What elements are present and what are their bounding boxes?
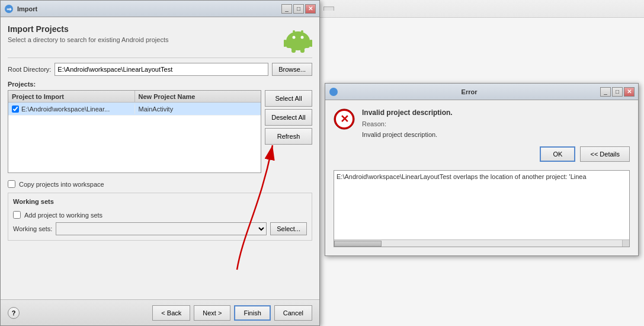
close-button[interactable]: ✕ [305,4,316,14]
error-buttons: OK << Details [334,144,630,164]
titlebar-left: ⇒ Import [4,4,37,14]
footer-right: < Back Next > Finish Cancel [152,305,312,321]
minimize-button[interactable]: _ [281,4,292,14]
error-reason-text: Invalid project description. [362,131,453,138]
select-all-button[interactable]: Select All [265,90,312,107]
root-directory-row: Root Directory: Browse... [8,63,312,76]
copy-label: Copy projects into workspace [19,181,104,188]
projects-container: Project to Import New Project Name E:\An… [8,90,312,173]
error-dialog-title: Error [338,88,600,95]
error-close-button[interactable]: ✕ [624,87,635,97]
table-body: E:\Android\workspace\Linear... MainActiv… [8,103,261,172]
svg-rect-3 [286,40,310,48]
add-working-set-checkbox[interactable] [13,211,21,219]
error-ok-button[interactable]: OK [540,146,575,162]
col-new-name: New Project Name [135,91,261,102]
svg-point-8 [293,30,295,33]
select-working-set-button[interactable]: Select... [270,222,307,235]
browse-button[interactable]: Browse... [272,63,312,76]
import-dialog-footer: ? < Back Next > Finish Cancel [1,299,319,325]
import-title: Import Projects [8,24,168,34]
next-button[interactable]: Next > [194,305,230,321]
working-sets-group-label: Working sets [13,198,307,205]
deselect-all-button[interactable]: Deselect All [265,109,312,126]
import-dialog-title: Import [17,5,37,12]
error-details-button[interactable]: << Details [580,146,630,162]
add-working-set-label: Add project to working sets [24,212,102,219]
svg-point-9 [301,30,303,33]
finish-button[interactable]: Finish [234,305,270,321]
help-button[interactable]: ? [8,307,20,319]
bg-tab [323,7,334,11]
error-icon: ✕ [334,108,355,130]
svg-rect-10 [284,40,287,47]
error-main: ✕ Invalid project description. Reason: I… [334,108,630,138]
copy-checkbox-row: Copy projects into workspace [8,180,312,188]
error-maximize-button[interactable]: □ [612,87,623,97]
projects-section: Projects: Project to Import New Project … [8,81,312,173]
back-button[interactable]: < Back [152,305,190,321]
error-minimize-button[interactable]: _ [600,87,611,97]
error-titlebar: Error _ □ ✕ [325,84,638,100]
root-directory-input[interactable] [55,63,268,76]
add-working-set-row: Add project to working sets [13,211,307,219]
dialog-icon: ⇒ [4,4,14,14]
table-header: Project to Import New Project Name [8,91,261,103]
projects-table: Project to Import New Project Name E:\An… [8,90,261,173]
col-project: Project to Import [8,91,135,102]
svg-rect-13 [300,48,305,53]
svg-point-4 [293,36,296,39]
background-toolbar [320,0,644,18]
svg-rect-11 [309,40,312,47]
projects-buttons: Select All Deselect All Refresh [265,90,312,173]
project-path: E:\Android\workspace\Linear... [21,106,110,113]
error-dialog-icon [329,87,338,97]
cell-new-name: MainActivity [135,104,261,114]
error-titlebar-controls: _ □ ✕ [600,87,635,97]
project-checkbox[interactable] [12,106,19,113]
scrollbar-corner [622,239,629,247]
horizontal-scrollbar[interactable] [334,239,622,247]
working-sets-label: Working sets: [13,225,52,232]
cell-project-import: E:\Android\workspace\Linear... [8,104,135,114]
error-main-text: Invalid project description. [362,108,453,117]
error-details-text: E:\Android\workspace\LinearLayoutTest ov… [337,173,627,180]
maximize-button[interactable]: □ [293,4,304,14]
error-details-box: E:\Android\workspace\LinearLayoutTest ov… [334,170,630,247]
working-sets-section: Working sets Add project to working sets… [8,193,312,241]
error-dialog: Error _ □ ✕ ✕ Invalid project descriptio… [325,83,639,256]
scrollbar-thumb[interactable] [334,241,382,247]
projects-label: Projects: [8,81,312,88]
import-subtitle: Select a directory to search for existin… [8,36,168,43]
import-dialog-header: Import Projects Select a directory to se… [8,24,312,58]
error-message: Invalid project description. Reason: Inv… [362,108,453,138]
svg-text:⇒: ⇒ [7,6,12,12]
working-sets-row: Working sets: Select... [13,222,307,235]
svg-point-15 [329,88,338,96]
refresh-button[interactable]: Refresh [265,128,312,145]
android-logo [284,24,312,53]
working-sets-select[interactable] [56,222,267,235]
svg-rect-12 [291,48,296,53]
import-dialog: ⇒ Import _ □ ✕ Import Projects Select a … [0,0,320,326]
error-content: ✕ Invalid project description. Reason: I… [325,100,638,255]
error-reason-label: Reason: [362,120,453,127]
svg-text:✕: ✕ [340,113,349,125]
cancel-button[interactable]: Cancel [274,305,312,321]
import-dialog-content: Import Projects Select a directory to se… [1,17,319,299]
root-directory-label: Root Directory: [8,66,51,73]
copy-checkbox[interactable] [8,180,15,188]
header-text: Import Projects Select a directory to se… [8,24,168,43]
error-titlebar-left [329,87,338,97]
titlebar-controls: _ □ ✕ [281,4,316,14]
table-row[interactable]: E:\Android\workspace\Linear... MainActiv… [8,103,261,116]
import-dialog-titlebar: ⇒ Import _ □ ✕ [1,1,319,17]
footer-left: ? [8,307,20,319]
svg-point-5 [301,36,304,39]
